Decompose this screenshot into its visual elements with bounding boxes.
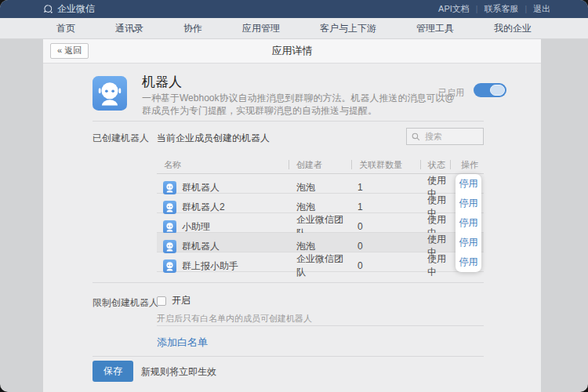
enabled-status-label: 已启用 bbox=[438, 87, 464, 99]
brand: 企业微信 bbox=[43, 2, 95, 16]
action-column-spotlight: 停用 停用 停用 停用 停用 bbox=[456, 174, 481, 272]
created-robots-label: 已创建机器人 bbox=[93, 132, 149, 145]
nav-item-app-management[interactable]: 应用管理 bbox=[242, 22, 280, 35]
action-cell: 停用 bbox=[456, 252, 481, 272]
disable-button[interactable]: 停用 bbox=[459, 236, 478, 249]
cell-creator: 泡泡 bbox=[289, 201, 351, 214]
cell-name: 小助理 bbox=[157, 220, 289, 234]
cell-group-count: 0 bbox=[351, 221, 420, 232]
disable-button[interactable]: 停用 bbox=[459, 256, 478, 269]
nav-item-my-company[interactable]: 我的企业 bbox=[494, 22, 532, 35]
action-cell: 停用 bbox=[456, 233, 481, 252]
robot-name: 群机器人 bbox=[182, 240, 220, 253]
robot-app-avatar bbox=[93, 76, 127, 111]
cell-name: 群上报小助手 bbox=[157, 260, 289, 273]
action-cell: 停用 bbox=[456, 213, 481, 233]
app-name: 机器人 bbox=[142, 73, 182, 91]
divider bbox=[157, 325, 484, 326]
nav-item-home[interactable]: 首页 bbox=[56, 22, 75, 35]
navbar: 首页 通讯录 协作 应用管理 客户与上下游 管理工具 我的企业 bbox=[0, 18, 588, 39]
app-enabled-toggle[interactable] bbox=[474, 83, 506, 97]
cell-creator: 泡泡 bbox=[289, 240, 351, 253]
divider bbox=[93, 121, 484, 122]
created-robots-subtitle: 当前企业成员创建的机器人 bbox=[157, 132, 270, 145]
page-title: 应用详情 bbox=[272, 44, 313, 58]
cell-name: 群机器人2 bbox=[157, 201, 289, 214]
topbar-link-logout[interactable]: 退出 bbox=[527, 3, 557, 15]
page: « 返回 应用详情 机器人 一种基于Webhook协议自动推消息到群聊的方法。机… bbox=[43, 39, 541, 392]
robot-name: 群上报小助手 bbox=[182, 260, 238, 273]
save-note: 新规则将立即生效 bbox=[141, 365, 216, 379]
search-input[interactable] bbox=[423, 131, 478, 142]
restrict-robots-label: 限制创建机器人 bbox=[93, 296, 158, 310]
nav-items: 首页 通讯录 协作 应用管理 客户与上下游 管理工具 我的企业 bbox=[56, 22, 532, 35]
divider bbox=[93, 356, 484, 357]
restrict-enable-checkbox[interactable] bbox=[157, 296, 166, 306]
cell-name: 群机器人 bbox=[157, 181, 289, 194]
back-button[interactable]: « 返回 bbox=[50, 43, 89, 59]
table-row: 群上报小助手 企业微信团队 0 使用中 bbox=[157, 252, 484, 272]
disable-button[interactable]: 停用 bbox=[459, 216, 478, 230]
action-cell: 停用 bbox=[456, 194, 481, 213]
add-whitelist-link[interactable]: 添加白名单 bbox=[157, 336, 208, 350]
table-row: 群机器人 泡泡 0 使用中 bbox=[157, 233, 484, 252]
page-header: « 返回 应用详情 bbox=[43, 39, 541, 64]
table-header: 名称 创建者 关联群数量 状态 操作 bbox=[157, 157, 484, 174]
brand-label: 企业微信 bbox=[57, 2, 95, 16]
robot-name: 小助理 bbox=[182, 220, 210, 234]
table-row: 群机器人 泡泡 1 使用中 bbox=[157, 174, 484, 194]
robot-icon bbox=[163, 240, 176, 253]
robot-icon bbox=[163, 260, 176, 273]
cell-creator: 泡泡 bbox=[289, 181, 351, 194]
search-box bbox=[406, 128, 484, 145]
disable-button[interactable]: 停用 bbox=[459, 177, 478, 191]
robot-name: 群机器人2 bbox=[182, 201, 225, 214]
column-header-creator: 创建者 bbox=[289, 159, 351, 171]
cell-status: 使用中 bbox=[420, 252, 450, 279]
nav-item-collaboration[interactable]: 协作 bbox=[183, 22, 202, 35]
column-header-name: 名称 bbox=[157, 159, 289, 171]
topbar-links: API文档 | 联系客服 | 退出 bbox=[432, 3, 557, 15]
nav-item-contacts[interactable]: 通讯录 bbox=[115, 22, 143, 35]
table-row: 小助理 企业微信团队 0 使用中 bbox=[157, 213, 484, 233]
restrict-enable-row: 开启 bbox=[157, 294, 191, 307]
action-cell: 停用 bbox=[456, 174, 481, 194]
column-header-status: 状态 bbox=[420, 159, 450, 171]
restrict-enable-label: 开启 bbox=[172, 294, 191, 307]
search-icon bbox=[412, 132, 420, 141]
robot-icon bbox=[163, 201, 176, 214]
save-button[interactable]: 保存 bbox=[93, 361, 133, 382]
app-description: 一种基于Webhook协议自动推消息到群聊的方法。机器人推送的消息可以@群成员作… bbox=[142, 92, 463, 117]
toggle-knob bbox=[490, 85, 505, 96]
wecom-logo-icon bbox=[43, 4, 53, 14]
disable-button[interactable]: 停用 bbox=[459, 197, 478, 210]
topbar: 企业微信 API文档 | 联系客服 | 退出 bbox=[0, 0, 588, 18]
restrict-note: 开启后只有白名单内的成员可创建机器人 bbox=[157, 313, 312, 325]
cell-group-count: 1 bbox=[351, 182, 420, 193]
table-row: 群机器人2 泡泡 1 使用中 bbox=[157, 194, 484, 213]
cell-group-count: 0 bbox=[351, 260, 420, 271]
cell-creator: 企业微信团队 bbox=[289, 252, 351, 279]
cell-group-count: 1 bbox=[351, 201, 420, 212]
robot-icon bbox=[163, 181, 176, 194]
back-label: 返回 bbox=[64, 45, 82, 55]
column-header-action: 操作 bbox=[450, 159, 484, 171]
back-chevrons-icon: « bbox=[57, 45, 62, 55]
topbar-link-api-docs[interactable]: API文档 bbox=[432, 3, 476, 15]
cell-name: 群机器人 bbox=[157, 240, 289, 253]
cell-group-count: 0 bbox=[351, 241, 420, 252]
robot-icon bbox=[163, 220, 176, 234]
topbar-link-contact-support[interactable]: 联系客服 bbox=[477, 3, 524, 15]
nav-item-admin-tools[interactable]: 管理工具 bbox=[416, 22, 454, 35]
app-window: 企业微信 API文档 | 联系客服 | 退出 首页 通讯录 协作 应用管理 客户… bbox=[0, 0, 588, 392]
divider bbox=[93, 282, 484, 283]
column-header-groups: 关联群数量 bbox=[351, 159, 420, 171]
robots-table: 名称 创建者 关联群数量 状态 操作 群机器人 泡泡 1 使用中 群机器 bbox=[157, 157, 484, 272]
robot-name: 群机器人 bbox=[182, 181, 220, 194]
nav-item-customers[interactable]: 客户与上下游 bbox=[320, 22, 376, 35]
